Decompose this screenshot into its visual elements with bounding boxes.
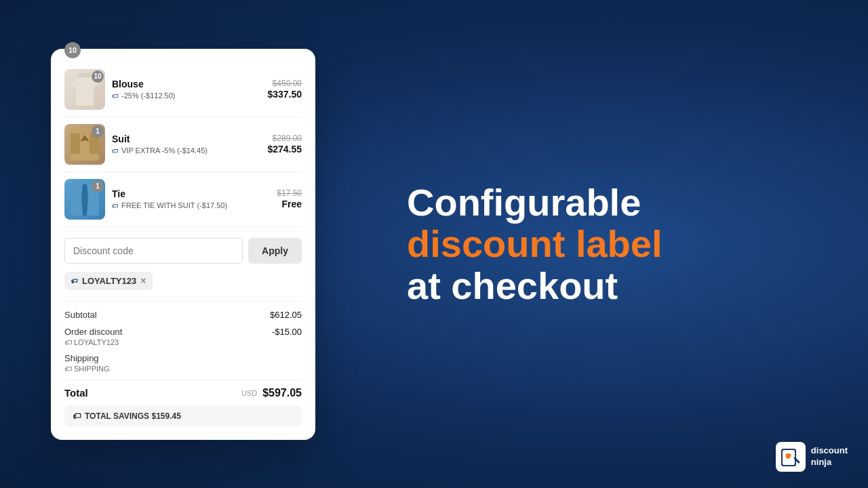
svg-rect-0 [79, 73, 91, 77]
subtotal-label: Subtotal [64, 310, 97, 320]
product-image-suit: 1 [64, 124, 105, 165]
product-item-tie: 1 Tie 🏷 FREE TIE WITH SUIT (-$17.50) $17… [64, 172, 302, 227]
brand-icon [776, 442, 806, 472]
product-prices-tie: $17.50 Free [277, 188, 302, 210]
savings-banner: 🏷 TOTAL SAVINGS $159.45 [64, 406, 302, 426]
original-price-blouse: $450.00 [267, 79, 302, 88]
headline-line1: Configurable [407, 182, 827, 224]
product-image-blouse: 10 [64, 69, 105, 110]
order-summary: Subtotal $612.05 Order discount 🏷 LOYALT… [64, 301, 302, 373]
checkout-card: 10 10 Blouse 🏷 -25% (-$112.50) [51, 49, 315, 440]
original-price-suit: $289.00 [267, 134, 302, 143]
final-price-tie: Free [281, 199, 302, 209]
headline: Configurable discount label at checkout [407, 182, 827, 307]
item-badge-suit: 1 [92, 125, 104, 138]
svg-rect-3 [71, 134, 80, 154]
order-discount-line: Order discount 🏷 LOYALTY123 -$15.00 [64, 327, 302, 346]
order-discount-sub: 🏷 LOYALTY123 [64, 338, 122, 346]
left-panel: 10 10 Blouse 🏷 -25% (-$112.50) [0, 35, 366, 453]
original-price-tie: $17.50 [277, 188, 302, 198]
headline-line3: at checkout [407, 265, 827, 307]
apply-button[interactable]: Apply [248, 238, 302, 264]
applied-code-tag: 🏷 LOYALTY123 × [64, 272, 153, 290]
product-name-suit: Suit [112, 134, 260, 144]
tag-icon-blouse: 🏷 [112, 92, 119, 100]
remove-code-button[interactable]: × [140, 276, 146, 285]
discount-section: Apply [64, 238, 302, 264]
subtotal-value: $612.05 [270, 310, 302, 320]
shipping-tag-icon: 🏷 [64, 365, 72, 373]
shipping-label: Shipping [64, 353, 110, 363]
svg-rect-2 [80, 142, 90, 161]
brand-text: discount ninja [811, 445, 848, 468]
item-badge-blouse: 10 [92, 70, 104, 83]
applied-code-label: LOYALTY123 [82, 276, 136, 286]
final-price-suit: $274.55 [267, 144, 302, 155]
product-list: 10 Blouse 🏷 -25% (-$112.50) $450.00 $337… [64, 62, 302, 227]
product-discount-blouse: 🏷 -25% (-$112.50) [112, 92, 260, 100]
product-discount-suit: 🏷 VIP EXTRA -5% (-$14.45) [112, 146, 260, 155]
product-prices-suit: $289.00 $274.55 [267, 134, 302, 155]
tag-icon-suit: 🏷 [112, 147, 119, 155]
product-info-tie: Tie 🏷 FREE TIE WITH SUIT (-$17.50) [105, 188, 277, 209]
shipping-sub: 🏷 SHIPPING [64, 365, 110, 373]
savings-label: TOTAL SAVINGS $159.45 [85, 411, 181, 421]
svg-point-8 [788, 454, 791, 457]
total-label: Total [64, 387, 88, 399]
product-item-blouse: 10 Blouse 🏷 -25% (-$112.50) $450.00 $337… [64, 62, 302, 117]
applied-tag-icon: 🏷 [71, 277, 78, 285]
shipping-line: Shipping 🏷 SHIPPING [64, 353, 302, 373]
product-info-blouse: Blouse 🏷 -25% (-$112.50) [105, 79, 267, 100]
product-name-blouse: Blouse [112, 79, 260, 89]
total-right: USD $597.05 [241, 387, 302, 399]
shipping-left: Shipping 🏷 SHIPPING [64, 353, 110, 373]
brand-logo: discount ninja [776, 442, 848, 472]
order-discount-tag-icon: 🏷 [64, 338, 72, 346]
product-discount-tie: 🏷 FREE TIE WITH SUIT (-$17.50) [112, 201, 270, 209]
item-badge-tie: 1 [92, 180, 104, 192]
headline-line2: discount label [407, 223, 827, 265]
order-discount-value: -$15.00 [272, 327, 302, 337]
right-panel: Configurable discount label at checkout [366, 155, 868, 334]
final-price-blouse: $337.50 [267, 89, 302, 100]
order-discount-left: Order discount 🏷 LOYALTY123 [64, 327, 122, 346]
product-info-suit: Suit 🏷 VIP EXTRA -5% (-$14.45) [105, 134, 267, 155]
product-image-tie: 1 [64, 179, 105, 220]
total-value: $597.05 [262, 387, 302, 399]
total-line: Total USD $597.05 [64, 380, 302, 399]
product-item-suit: 1 Suit 🏷 VIP EXTRA -5% (-$14.45) $289.00… [64, 117, 302, 172]
savings-tag-icon: 🏷 [73, 411, 81, 421]
discount-input[interactable] [64, 238, 243, 264]
tag-icon-tie: 🏷 [112, 202, 119, 209]
product-prices-blouse: $450.00 $337.50 [267, 79, 302, 100]
order-discount-label: Order discount [64, 327, 122, 337]
total-currency: USD [241, 389, 257, 397]
product-name-tie: Tie [112, 188, 270, 199]
subtotal-line: Subtotal $612.05 [64, 310, 302, 320]
cart-badge: 10 [64, 42, 81, 58]
